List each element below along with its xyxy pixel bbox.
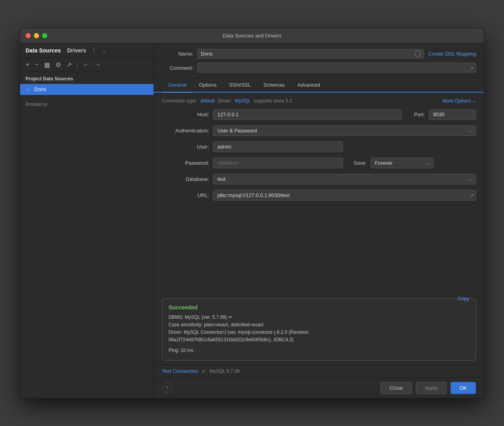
password-label: Password: [162,160,209,166]
sidebar-item-doris-label: Doris [34,86,46,92]
success-line2: Case sensitivity: plain=exact, delimited… [169,321,469,329]
more-options-link[interactable]: More Options ⌄ [443,98,476,104]
export-button[interactable]: ↗ [65,60,73,69]
tab-options[interactable]: Options [193,78,223,92]
tab-data-sources[interactable]: Data Sources [26,47,61,54]
conn-type-value[interactable]: default [200,98,215,104]
conn-info-row: Connection type: default Driver: MySQL s… [162,98,476,104]
success-line3: Driver: MySQL Connector/J (ver. mysql-co… [169,329,469,336]
close-window-button[interactable] [26,33,31,38]
success-line4: 06a1f724497fd81c6a659131fda822c9e5085b6c… [169,336,469,344]
tab-schemas[interactable]: Schemas [257,78,291,92]
sidebar-chevron-icon[interactable]: ⌄ [102,47,106,53]
success-line6: Ping: 10 ms [169,347,469,354]
toolbar-separator [77,61,78,68]
connection-form: Connection type: default Driver: MySQL s… [154,93,484,298]
url-input-wrapper: ↗ [213,190,476,201]
success-line1: DBMS: MySQL (ver. 5.7.99) ✏ [169,314,469,321]
name-input[interactable] [197,49,424,59]
name-input-wrapper [197,49,424,59]
sidebar: Data Sources Drivers │ ⌄ + − ▩ ⚙ ↗ ← → P… [20,43,154,398]
user-input[interactable] [213,141,343,152]
comment-input[interactable] [197,63,476,73]
tab-bar: General Options SSH/SSL Schemas Advanced [154,78,484,93]
copy-button[interactable]: Copy [458,296,469,301]
save-select[interactable]: Forever [371,158,434,168]
tab-ssh-ssl[interactable]: SSH/SSL [223,78,257,92]
user-row: User: [162,141,476,152]
remove-datasource-button[interactable]: − [33,60,40,69]
url-label: URL: [162,192,209,198]
auth-label: Authentication: [162,128,209,134]
more-options-label: More Options [443,98,471,104]
url-expand-icon[interactable]: ↗ [470,193,474,198]
settings-button[interactable]: ⚙ [54,60,63,69]
project-data-sources-title: Project Data Sources [20,72,154,84]
driver-supports: supports since 5.2 [254,98,292,104]
bottom-bar: ? Close Apply OK [154,378,484,398]
driver-label: Driver: [218,98,232,104]
copy-datasource-button[interactable]: ▩ [43,60,52,69]
comment-label: Comment: [162,65,193,71]
database-row: Database: test ⌄ [162,174,476,184]
port-input[interactable] [429,109,476,120]
window-controls [26,33,47,38]
more-options-chevron-icon: ⌄ [472,98,476,104]
add-datasource-button[interactable]: + [24,60,31,69]
host-input[interactable] [213,109,401,120]
name-row: Name: Create DDL Mapping [162,49,476,59]
save-label: Save: [347,160,367,166]
port-label: Port: [405,112,425,117]
url-input[interactable] [213,190,476,201]
problems-section: Problems [20,95,154,113]
success-text: DBMS: MySQL (ver. 5.7.99) ✏ Case sensiti… [169,314,469,355]
apply-button[interactable]: Apply [416,382,447,394]
test-connection-check-icon: ✓ [202,368,206,374]
close-button[interactable]: Close [380,382,411,394]
help-button[interactable]: ? [162,383,172,393]
user-label: User: [162,144,209,150]
divider-icon: │ [93,47,96,53]
comment-row: Comment: ↗ [162,63,476,74]
driver-value[interactable]: MySQL [235,98,250,104]
host-port-row: Host: Port: [162,109,476,120]
save-select-wrapper: Forever ⌄ [371,158,434,168]
test-connection-link[interactable]: Test Connection [162,368,198,374]
url-row: URL: ↗ [162,190,476,201]
main-layout: Data Sources Drivers │ ⌄ + − ▩ ⚙ ↗ ← → P… [20,43,484,398]
forward-button[interactable]: → [93,60,103,69]
success-title: Succeeded [169,304,469,311]
conn-type-label: Connection type: [162,98,197,104]
window-title: Data Sources and Drivers [223,33,282,39]
database-select-wrapper: test ⌄ [213,174,476,184]
tab-advanced[interactable]: Advanced [291,78,326,92]
ok-button[interactable]: OK [450,382,476,394]
expand-icon[interactable]: ↗ [470,66,474,71]
right-panel: Name: Create DDL Mapping Comment: ↗ [154,43,484,398]
title-bar: Data Sources and Drivers [20,28,484,43]
database-label: Database: [162,176,209,182]
main-window: Data Sources and Drivers Data Sources Dr… [20,28,484,398]
form-header: Name: Create DDL Mapping Comment: ↗ [154,43,484,78]
test-connection-version: MySQL 5.7.99 [209,368,239,374]
tab-general[interactable]: General [162,78,193,92]
tab-drivers[interactable]: Drivers [67,47,86,54]
database-icon: ⟋ [26,86,31,93]
name-label: Name: [162,51,193,57]
maximize-window-button[interactable] [42,33,47,38]
auth-row: Authentication: User & Password ⌄ [162,125,476,136]
host-label: Host: [162,112,209,117]
auth-select-wrapper: User & Password ⌄ [213,125,476,136]
problems-label: Problems [26,101,47,107]
success-box: Copy Succeeded DBMS: MySQL (ver. 5.7.99)… [162,298,476,361]
minimize-window-button[interactable] [34,33,39,38]
sidebar-item-doris[interactable]: ⟋ Doris [20,84,154,95]
sidebar-toolbar: + − ▩ ⚙ ↗ ← → [20,58,154,72]
auth-select[interactable]: User & Password [213,125,476,136]
success-line5 [169,344,469,347]
database-select[interactable]: test [213,174,476,184]
comment-input-wrapper: ↗ [197,63,476,74]
back-button[interactable]: ← [82,60,91,69]
password-input[interactable] [213,158,343,168]
create-ddl-link[interactable]: Create DDL Mapping [428,51,476,57]
